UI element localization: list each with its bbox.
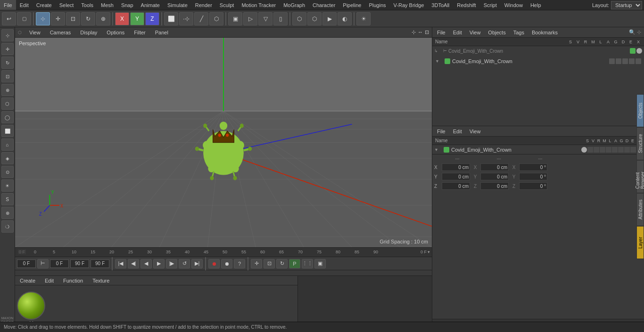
sidebar-light-btn[interactable]: ☀ [1, 179, 14, 192]
coord-size-x-input[interactable] [480, 163, 509, 171]
coord-pos-z-input[interactable] [442, 182, 470, 190]
tl-btn-prev-frame[interactable]: ⊢ [37, 259, 49, 268]
viewport-menu-options[interactable]: Options [105, 29, 126, 36]
viewport-icon-1[interactable]: ⊹ [412, 29, 416, 35]
timeline-track[interactable] [15, 270, 432, 275]
transform-tool-button[interactable]: ⊕ [96, 12, 110, 25]
sidebar-nurbs-btn[interactable]: ⬜ [1, 125, 14, 137]
tl-btn-scale-keys[interactable]: ⊡ [264, 259, 275, 268]
menu-animate[interactable]: Animate [137, 0, 164, 10]
tl-btn-end[interactable]: ▶| [191, 259, 203, 268]
obj-icon-v[interactable] [616, 58, 621, 64]
render-button[interactable]: ⬡ [292, 12, 306, 25]
mat-menu-texture[interactable]: Texture [91, 277, 111, 284]
view-front-button[interactable]: ▯ [273, 12, 288, 25]
menu-script[interactable]: Script [480, 0, 501, 10]
frame-current-input[interactable] [17, 259, 36, 268]
coord-rot-y-input[interactable] [519, 173, 547, 180]
viewport-icon-2[interactable]: ↔ [418, 29, 423, 35]
obj-icon-r[interactable] [622, 58, 628, 64]
sidebar-rotate-btn[interactable]: ↻ [1, 57, 14, 69]
obj-menu-bookmarks[interactable]: Bookmarks [530, 29, 560, 36]
menu-tools[interactable]: Tools [77, 0, 97, 10]
obj-menu-file[interactable]: File [435, 29, 447, 36]
obj-icon-l[interactable] [636, 58, 641, 64]
menu-vray-bridge[interactable]: V-Ray Bridge [390, 0, 428, 10]
move-tool-button[interactable]: ✛ [51, 12, 65, 25]
tl-btn-film[interactable]: ▣ [314, 259, 326, 268]
menu-select[interactable]: Select [56, 0, 78, 10]
light-button[interactable]: ☀ [356, 12, 371, 25]
coord-size-z-input[interactable] [480, 182, 509, 190]
obj-menu-view[interactable]: View [468, 29, 483, 36]
timeline-frame-display[interactable]: 0 F [421, 250, 427, 254]
menu-character[interactable]: Character [309, 0, 339, 10]
menu-simulate[interactable]: Simulate [164, 0, 191, 10]
tl-btn-step-fwd[interactable]: |▶ [166, 259, 177, 268]
tl-btn-play[interactable]: ▶ [153, 259, 165, 268]
tl-btn-step-back[interactable]: ◀| [128, 259, 139, 268]
obj-menu-tags[interactable]: Tags [512, 29, 526, 36]
viewport-menu-filter[interactable]: Filter [132, 29, 147, 36]
render-view-button[interactable]: ▶ [322, 12, 337, 25]
timeline-options[interactable]: ▾ [428, 250, 430, 254]
viewport[interactable]: ⬡ View Cameras Display Options Filter Pa… [15, 27, 432, 247]
attr-menu-view[interactable]: View [468, 128, 483, 135]
tab-content-browser[interactable]: Content Browser [636, 160, 644, 193]
viewport-menu-panel[interactable]: Panel [153, 29, 170, 36]
scale-tool-button[interactable]: ⊡ [66, 12, 80, 25]
points-tool-button[interactable]: ·⊹ [179, 12, 193, 25]
frame-end-input-2[interactable] [91, 259, 109, 268]
viewport-menu-cameras[interactable]: Cameras [48, 29, 73, 36]
menu-help[interactable]: Help [527, 0, 545, 10]
sidebar-select-btn[interactable]: ⊹ [1, 29, 14, 41]
layout-select[interactable]: Startup [611, 1, 642, 9]
frame-start-input[interactable] [50, 259, 69, 268]
x-axis-button[interactable]: X [115, 12, 129, 25]
obj-icon-m[interactable] [629, 58, 635, 64]
rotate-tool-button[interactable]: ↻ [81, 12, 95, 25]
obj-icon-s[interactable] [609, 58, 615, 64]
coord-rot-x-input[interactable] [519, 163, 547, 171]
obj-search-icon[interactable]: 🔍 [629, 29, 636, 35]
viewport-expand-icon[interactable]: ⬡ [18, 30, 22, 35]
mat-menu-create[interactable]: Create [18, 277, 37, 284]
tl-btn-grid[interactable]: ⋮⋮ [302, 259, 313, 268]
sidebar-tag-btn[interactable]: S [1, 193, 14, 205]
tab-structure[interactable]: Structure [636, 127, 644, 160]
tl-btn-keyframe[interactable]: P [289, 259, 300, 268]
menu-window[interactable]: Window [501, 0, 527, 10]
coord-rot-z-input[interactable] [519, 182, 547, 190]
menu-plugins[interactable]: Plugins [365, 0, 389, 10]
table-row[interactable]: ▼ Covid_Emoji_With_Crown [433, 57, 643, 66]
tl-btn-rotate-keys[interactable]: ↻ [276, 259, 288, 268]
view-persp-button[interactable]: ▣ [228, 12, 242, 25]
view-top-button[interactable]: ▽ [258, 12, 272, 25]
menu-edit[interactable]: Edit [16, 0, 33, 10]
coord-pos-y-input[interactable] [442, 173, 470, 180]
obj-vis-dot[interactable] [636, 48, 642, 54]
obj-menu-edit[interactable]: Edit [451, 29, 464, 36]
material-item[interactable]: covid_er [17, 292, 45, 326]
menu-create[interactable]: Create [33, 0, 56, 10]
sidebar-scale-btn[interactable]: ⊡ [1, 70, 14, 82]
sidebar-transform-btn[interactable]: ⊕ [1, 84, 14, 96]
menu-pipeline[interactable]: Pipeline [339, 0, 365, 10]
coord-size-y-input[interactable] [480, 173, 509, 180]
menu-3dtoall[interactable]: 3DToAll [428, 0, 453, 10]
tl-btn-record[interactable]: ⏺ [208, 259, 220, 268]
undo-button[interactable]: ↩ [2, 12, 16, 25]
menu-redshift[interactable]: Redshift [453, 0, 479, 10]
menu-file[interactable]: File [0, 0, 16, 10]
sidebar-scene-btn[interactable]: ◈ [1, 152, 14, 164]
sidebar-move-btn[interactable]: ✛ [1, 43, 14, 55]
sidebar-deform-btn[interactable]: ⌂ [1, 138, 14, 151]
z-axis-button[interactable]: Z [145, 12, 159, 25]
tl-btn-play-back[interactable]: ◀ [140, 259, 152, 268]
y-axis-button[interactable]: Y [130, 12, 144, 25]
viewport-menu-display[interactable]: Display [78, 29, 99, 36]
mat-menu-edit[interactable]: Edit [43, 277, 56, 284]
attr-obj-row[interactable]: ▼ Covid_Emoji_With_Crown [432, 145, 644, 154]
sidebar-poly-btn[interactable]: ⬡ [1, 97, 14, 110]
sidebar-sculpt-btn[interactable]: ❍ [1, 220, 14, 233]
